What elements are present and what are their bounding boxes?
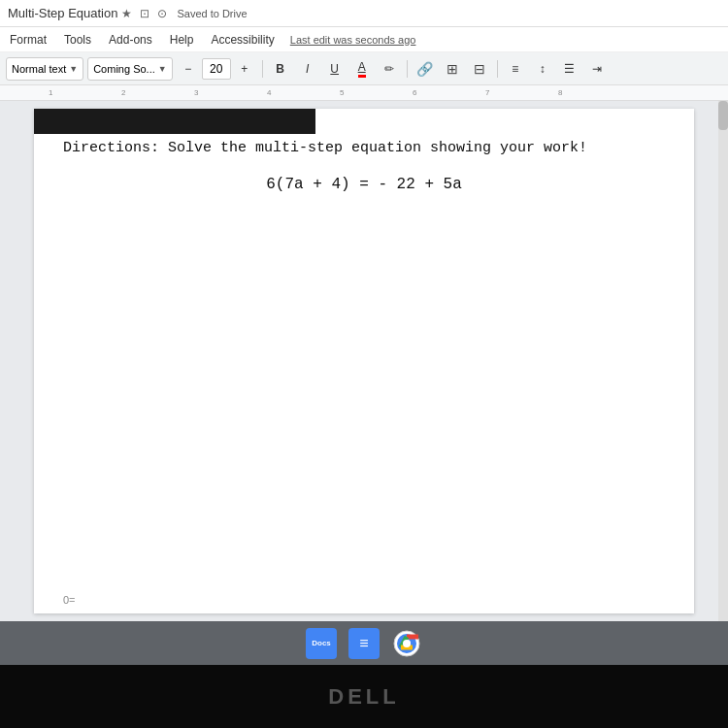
star-icon[interactable]: ★ [121,7,132,20]
docs-label: Docs [312,639,331,647]
align-button[interactable]: ≡ [504,57,527,81]
font-name-arrow: ▼ [158,64,167,74]
ruler-tick-8: 8 [558,88,562,97]
document-area: Directions: Solve the multi-step equatio… [0,101,728,621]
page-bottom-hint: 0= [63,594,76,606]
title-bar: Multi-Step Equation ★ ⊡ ⊙ Saved to Drive [0,0,728,27]
text-color-label: A [358,60,366,78]
files-label: ≡ [359,635,368,652]
font-name-label: Coming So... [93,63,155,75]
menu-bar: Format Tools Add-ons Help Accessibility … [0,27,728,52]
image-button[interactable]: ⊞ [441,57,464,81]
page-header-bar [34,109,315,134]
paragraph-style-arrow: ▼ [69,64,78,74]
paragraph-style-label: Normal text [12,63,66,75]
list-button[interactable]: ☰ [558,57,581,81]
ruler-content: 1 2 3 4 5 6 7 8 [10,85,718,100]
menu-format[interactable]: Format [8,31,49,49]
menu-accessibility[interactable]: Accessibility [209,31,276,49]
indent-button[interactable]: ⇥ [585,57,609,81]
ruler-tick-5: 5 [340,88,344,97]
ruler-tick-6: 6 [413,88,416,97]
taskbar: Docs ≡ [0,621,728,665]
svg-point-2 [403,640,411,647]
equation-text: 6(7a + 4) = - 22 + 5a [63,176,665,193]
line-spacing-button[interactable]: ↕ [531,57,554,81]
scrollbar-thumb[interactable] [718,101,728,130]
pencil-button[interactable]: ✏ [378,57,401,81]
paragraph-style-dropdown[interactable]: Normal text ▼ [6,57,83,81]
taskbar-files-icon[interactable]: ≡ [348,628,380,659]
saved-status: Saved to Drive [177,8,247,19]
separator-2 [407,60,408,78]
font-size-control: − + [177,57,256,81]
taskbar-chrome-icon[interactable] [391,628,422,659]
directions-text: Directions: Solve the multi-step equatio… [63,138,665,158]
drive-icon[interactable]: ⊙ [157,7,167,20]
font-size-increase[interactable]: + [233,57,256,81]
document-title[interactable]: Multi-Step Equation [8,6,117,20]
font-size-decrease[interactable]: − [177,57,200,81]
expand-icon[interactable]: ⊡ [140,7,149,20]
bottom-area: DELL [0,665,728,728]
last-edit-status[interactable]: Last edit was seconds ago [290,34,416,46]
dell-logo: DELL [328,684,399,710]
ruler-tick-7: 7 [485,88,489,97]
ruler-tick-4: 4 [267,88,271,97]
text-color-button[interactable]: A [350,57,374,81]
ruler: 1 2 3 4 5 6 7 8 [0,85,728,101]
ruler-tick-2: 2 [121,88,125,97]
taskbar-docs-icon[interactable]: Docs [306,628,337,659]
page[interactable]: Directions: Solve the multi-step equatio… [34,109,694,613]
comment-button[interactable]: ⊟ [468,57,491,81]
toolbar: Normal text ▼ Coming So... ▼ − + B I U A… [0,52,728,85]
scrollbar[interactable] [718,101,728,621]
bold-button[interactable]: B [269,57,292,81]
separator-1 [262,60,263,78]
separator-3 [497,60,498,78]
ruler-tick-1: 1 [49,88,52,97]
underline-button[interactable]: U [323,57,347,81]
font-name-dropdown[interactable]: Coming So... ▼ [87,57,173,81]
menu-tools[interactable]: Tools [62,31,93,49]
ruler-tick-3: 3 [194,88,198,97]
italic-button[interactable]: I [296,57,319,81]
font-size-input[interactable] [202,58,231,80]
menu-addons[interactable]: Add-ons [107,31,154,49]
link-button[interactable]: 🔗 [414,57,437,81]
menu-help[interactable]: Help [168,31,196,49]
